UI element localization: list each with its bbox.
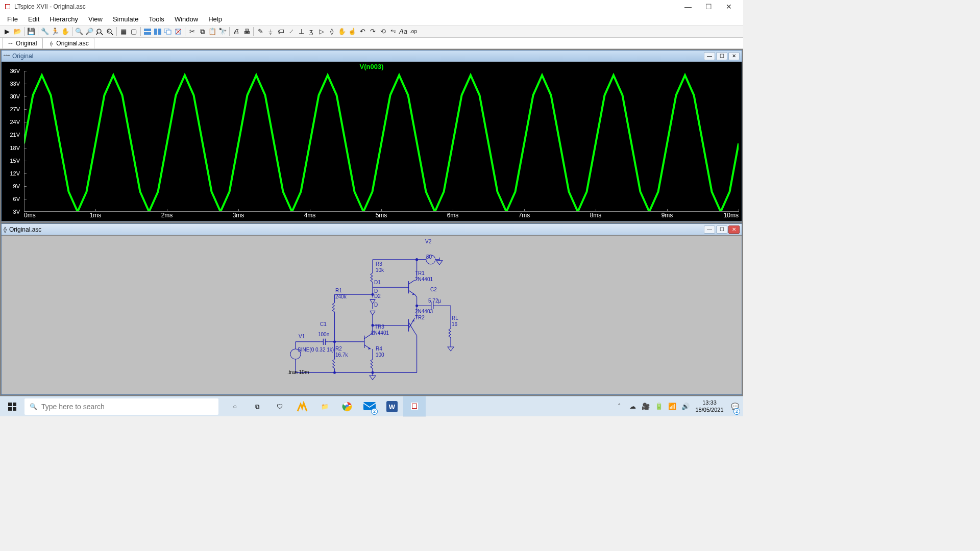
- open-button[interactable]: 📂: [12, 27, 22, 37]
- tray-notifications-icon[interactable]: 💬2: [727, 396, 743, 417]
- label-d1-name[interactable]: D1: [374, 280, 381, 285]
- draw-wire-button[interactable]: ✎: [255, 27, 265, 37]
- subwin-maximize-button[interactable]: ☐: [716, 52, 727, 60]
- spice-directive-button[interactable]: .op: [408, 27, 419, 37]
- pan-button[interactable]: ✋: [60, 27, 70, 37]
- task-view-button[interactable]: ⧉: [246, 396, 268, 417]
- tray-onedrive-icon[interactable]: ☁: [626, 396, 639, 417]
- label-v1-val[interactable]: SINE(0 0.32 1k): [298, 347, 334, 353]
- waveform-plot[interactable]: V(n003) 36V33V30V27V24V21V18V15V12V9V6V3…: [2, 62, 742, 221]
- taskbar-app-2[interactable]: [291, 396, 313, 417]
- cut-button[interactable]: ✂: [187, 27, 197, 37]
- save-button[interactable]: 💾: [26, 27, 36, 37]
- label-tr1-name[interactable]: TR1: [415, 270, 425, 276]
- y-axis[interactable]: 36V33V30V27V24V21V18V15V12V9V6V3V: [2, 71, 24, 212]
- subwin-close-button[interactable]: ✕: [728, 52, 740, 60]
- subwin-maximize-button[interactable]: ☐: [716, 226, 727, 234]
- tray-battery-icon[interactable]: 🔋: [652, 396, 666, 417]
- zoom-out-button[interactable]: 🔎: [84, 27, 94, 37]
- mirror-button[interactable]: ⇋: [388, 27, 398, 37]
- subwin-minimize-button[interactable]: —: [704, 226, 715, 234]
- close-button[interactable]: ✕: [719, 0, 739, 13]
- label-r3-val[interactable]: 10k: [376, 267, 384, 273]
- x-axis[interactable]: 0ms1ms2ms3ms4ms5ms6ms7ms8ms9ms10ms: [24, 212, 739, 221]
- trace-label[interactable]: V(n003): [360, 63, 384, 70]
- new-schematic-button[interactable]: ▶: [2, 27, 12, 37]
- run-button[interactable]: 🏃: [50, 27, 60, 37]
- rotate-button[interactable]: ⟲: [378, 27, 388, 37]
- menu-file[interactable]: File: [2, 14, 23, 24]
- label-tr3-name[interactable]: TR3: [375, 324, 384, 330]
- menu-simulate[interactable]: Simulate: [108, 14, 144, 24]
- label-net-button[interactable]: 🏷: [276, 27, 286, 37]
- menu-edit[interactable]: Edit: [23, 14, 44, 24]
- label-v2-val[interactable]: 50: [426, 254, 432, 260]
- zoom-fit-button[interactable]: [94, 27, 105, 37]
- minimize-button[interactable]: —: [678, 0, 698, 13]
- ground-button[interactable]: ⏚: [265, 27, 276, 37]
- zoom-back-button[interactable]: ×: [105, 27, 115, 37]
- start-button[interactable]: [0, 396, 24, 417]
- inductor-button[interactable]: ʒ: [306, 27, 316, 37]
- label-tr2-val[interactable]: 2N4403: [415, 309, 433, 314]
- tile-vert-button[interactable]: [153, 27, 163, 37]
- component-button[interactable]: ⟠: [327, 27, 337, 37]
- cascade-button[interactable]: [163, 27, 173, 37]
- menu-help[interactable]: Help: [203, 14, 227, 24]
- zoom-in-button[interactable]: 🔍: [74, 27, 84, 37]
- schematic-canvas[interactable]: V2 50 R3 10k TR1 2N4401 D1 D D2 D R1 240…: [2, 235, 742, 394]
- pick-visible-button[interactable]: ▢: [129, 27, 139, 37]
- cortana-button[interactable]: ○: [224, 396, 246, 417]
- menu-tools[interactable]: Tools: [144, 14, 169, 24]
- move-button[interactable]: ✋: [337, 27, 347, 37]
- close-all-button[interactable]: [173, 27, 183, 37]
- label-tr1-val[interactable]: 2N4401: [415, 277, 433, 282]
- subwin-minimize-button[interactable]: —: [704, 52, 715, 60]
- print-button[interactable]: 🖨: [231, 27, 241, 37]
- label-v1-name[interactable]: V1: [299, 334, 305, 339]
- taskbar-word[interactable]: W: [381, 396, 403, 417]
- label-r4-val[interactable]: 100: [376, 352, 384, 358]
- menu-view[interactable]: View: [83, 14, 108, 24]
- label-r1-val[interactable]: 240k: [335, 294, 347, 299]
- autorange-button[interactable]: ▦: [118, 27, 129, 37]
- undo-button[interactable]: ↶: [357, 27, 368, 37]
- label-v2-name[interactable]: V2: [425, 239, 431, 244]
- redo-button[interactable]: ↷: [368, 27, 378, 37]
- label-r1-name[interactable]: R1: [335, 288, 342, 293]
- tray-clock[interactable]: 13:33 18/05/2021: [692, 399, 727, 413]
- search-box[interactable]: 🔍: [24, 398, 218, 415]
- paste-button[interactable]: 📋: [207, 27, 217, 37]
- label-r4-name[interactable]: R4: [376, 346, 382, 352]
- label-r3-name[interactable]: R3: [376, 261, 382, 267]
- tray-volume-icon[interactable]: 🔊: [679, 396, 692, 417]
- tile-horz-button[interactable]: [142, 27, 153, 37]
- capacitor-button[interactable]: ⊥: [296, 27, 306, 37]
- control-panel-button[interactable]: 🔧: [40, 27, 50, 37]
- subwin-close-button[interactable]: ✕: [728, 226, 740, 234]
- taskbar-chrome[interactable]: [336, 396, 358, 417]
- search-input[interactable]: [41, 403, 213, 411]
- text-button[interactable]: Aa: [398, 27, 408, 37]
- tab-waveform[interactable]: 〰 Original: [2, 38, 42, 48]
- menu-hierarchy[interactable]: Hierarchy: [44, 14, 83, 24]
- label-d2-val[interactable]: D: [374, 302, 378, 308]
- print-setup-button[interactable]: 🖶: [241, 27, 252, 37]
- label-r2-val[interactable]: 16.7k: [335, 352, 348, 358]
- tray-wifi-icon[interactable]: 📶: [666, 396, 679, 417]
- copy-button[interactable]: ⧉: [197, 27, 207, 37]
- label-c2-name[interactable]: C2: [430, 287, 437, 292]
- tray-chevron-up-icon[interactable]: ˄: [612, 396, 626, 417]
- resistor-button[interactable]: ⟋: [286, 27, 296, 37]
- taskbar-app-1[interactable]: 🛡: [268, 396, 291, 417]
- tray-meet-now-icon[interactable]: 🎥: [639, 396, 652, 417]
- taskbar-mail[interactable]: 2: [358, 396, 381, 417]
- drag-button[interactable]: ☝: [347, 27, 357, 37]
- plot-area[interactable]: [24, 71, 739, 212]
- label-rl-val[interactable]: 16: [452, 321, 457, 327]
- diode-button[interactable]: ▷: [316, 27, 327, 37]
- schematic-titlebar[interactable]: ⟠ Original.asc — ☐ ✕: [2, 224, 742, 235]
- label-c1-name[interactable]: C1: [320, 321, 327, 327]
- waveform-titlebar[interactable]: 〰 Original — ☐ ✕: [2, 51, 742, 62]
- label-c2-val[interactable]: 5.72µ: [428, 298, 441, 304]
